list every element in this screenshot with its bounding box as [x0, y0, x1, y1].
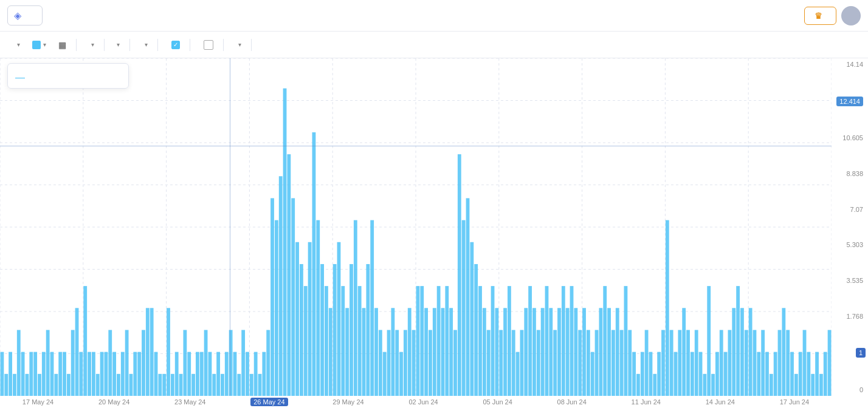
svg-rect-212 — [799, 352, 802, 396]
x-axis: 17 May 2420 May 2423 May 2426 May 2429 M… — [0, 396, 832, 408]
svg-rect-158 — [574, 308, 577, 396]
svg-rect-125 — [437, 286, 441, 396]
svg-rect-215 — [811, 374, 815, 396]
y-label-zero: 0 — [832, 386, 868, 393]
x-label: 05 Jun 24 — [483, 398, 512, 406]
svg-rect-78 — [241, 330, 245, 396]
axis-maxmin-selector[interactable]: ▾ — [229, 39, 246, 50]
svg-rect-40 — [83, 286, 87, 396]
svg-rect-187 — [695, 330, 698, 396]
svg-rect-49 — [121, 352, 125, 396]
chevron-down-icon: ▾ — [43, 41, 46, 48]
svg-rect-203 — [761, 330, 765, 396]
svg-rect-66 — [191, 374, 195, 396]
show-axis-checkbox[interactable] — [171, 41, 180, 49]
svg-rect-185 — [686, 330, 690, 396]
tooltip-dash-icon: — — [15, 72, 25, 83]
svg-rect-180 — [666, 220, 669, 396]
svg-rect-197 — [736, 286, 740, 396]
svg-rect-62 — [175, 352, 179, 396]
chevron-down-icon: ▾ — [17, 41, 20, 48]
svg-rect-124 — [433, 308, 436, 396]
svg-rect-26 — [26, 374, 29, 396]
svg-rect-23 — [13, 374, 16, 396]
chart-type-button[interactable]: ▦ — [53, 38, 71, 52]
svg-rect-34 — [58, 352, 62, 396]
show-axis-toggle[interactable] — [163, 38, 185, 52]
svg-rect-121 — [420, 286, 424, 396]
svg-rect-50 — [125, 330, 129, 396]
color-swatch — [32, 41, 41, 49]
svg-rect-55 — [146, 308, 150, 396]
metric-title-box[interactable]: ◈ — [7, 5, 43, 25]
svg-rect-93 — [304, 286, 308, 396]
svg-rect-152 — [549, 308, 553, 396]
interval-selector[interactable]: ▾ — [81, 39, 99, 50]
svg-rect-133 — [470, 242, 474, 396]
svg-rect-141 — [503, 308, 507, 396]
svg-rect-100 — [333, 264, 337, 396]
svg-rect-44 — [100, 352, 104, 396]
svg-rect-151 — [545, 286, 549, 396]
svg-rect-73 — [221, 374, 224, 396]
svg-rect-149 — [537, 330, 540, 396]
svg-rect-81 — [254, 352, 258, 396]
chart-type-icon: ▦ — [58, 40, 66, 50]
svg-rect-109 — [370, 220, 374, 396]
svg-rect-164 — [599, 308, 602, 396]
chart-tooltip: — — [7, 63, 129, 89]
upgrade-button[interactable]: ♛ — [804, 7, 836, 25]
pin-axis-toggle[interactable] — [195, 38, 218, 52]
combine-metrics-button[interactable] — [257, 42, 270, 47]
style-selector[interactable]: ▾ — [7, 39, 25, 50]
svg-rect-42 — [92, 352, 95, 396]
dots-menu-icon[interactable] — [31, 15, 36, 17]
y-label-5: 5.303 — [832, 241, 868, 248]
x-label: 08 Jun 24 — [557, 398, 587, 406]
svg-rect-35 — [63, 352, 66, 396]
x-label: 14 Jun 24 — [706, 398, 735, 406]
svg-rect-76 — [233, 352, 237, 396]
y-label-highlight: 12.414 — [836, 97, 863, 106]
svg-rect-209 — [786, 330, 790, 396]
svg-rect-103 — [345, 308, 349, 396]
svg-rect-85 — [270, 198, 274, 396]
svg-rect-191 — [711, 374, 715, 396]
svg-rect-144 — [516, 352, 520, 396]
svg-rect-98 — [325, 286, 328, 396]
svg-rect-196 — [732, 308, 735, 396]
svg-rect-111 — [379, 330, 382, 396]
x-label: 29 May 24 — [332, 398, 363, 406]
svg-rect-156 — [566, 308, 570, 396]
svg-rect-208 — [782, 308, 785, 396]
svg-rect-193 — [720, 330, 723, 396]
svg-rect-57 — [154, 352, 158, 396]
svg-rect-51 — [129, 374, 133, 396]
svg-rect-181 — [670, 330, 673, 396]
svg-rect-115 — [395, 330, 399, 396]
svg-rect-53 — [137, 352, 141, 396]
svg-rect-119 — [412, 330, 416, 396]
x-label: 23 May 24 — [174, 398, 205, 406]
user-avatar[interactable] — [841, 6, 861, 25]
svg-rect-39 — [79, 352, 83, 396]
svg-rect-214 — [807, 352, 810, 396]
svg-rect-211 — [794, 374, 798, 396]
pin-axis-checkbox[interactable] — [204, 40, 213, 50]
svg-rect-194 — [724, 352, 728, 396]
color-picker[interactable]: ▾ — [27, 38, 51, 52]
indicators-selector[interactable]: ▾ — [109, 39, 125, 50]
svg-rect-79 — [246, 352, 249, 396]
chart-area[interactable]: — 14.14 12.414 10.605 8.838 7.07 5.303 3… — [0, 58, 868, 408]
svg-rect-148 — [532, 308, 536, 396]
x-label: 11 Jun 24 — [632, 398, 661, 406]
svg-rect-170 — [624, 286, 628, 396]
smoothing-selector[interactable]: ▾ — [135, 39, 153, 50]
svg-rect-90 — [291, 198, 295, 396]
x-label: 17 May 24 — [22, 398, 53, 406]
y-label-10: 10.605 — [832, 134, 868, 141]
svg-rect-131 — [462, 220, 466, 396]
svg-rect-82 — [258, 374, 262, 396]
svg-rect-61 — [171, 374, 174, 396]
x-label: 26 May 24 — [250, 398, 288, 406]
